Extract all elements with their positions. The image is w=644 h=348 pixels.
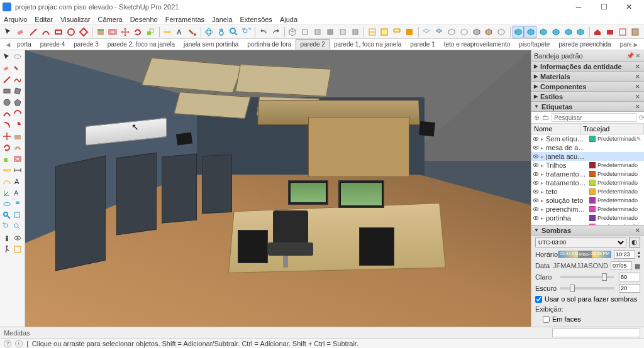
top-icon[interactable] [299, 26, 311, 38]
paint-icon[interactable] [186, 26, 198, 38]
scene-tab[interactable]: portinha de fora [243, 39, 296, 50]
arc-icon[interactable] [40, 26, 52, 38]
date-picker-icon[interactable]: ▦ [635, 263, 640, 269]
tag-row[interactable]: ▸Sem etiquetasPredeterminado✎ [531, 134, 644, 143]
tag-color-swatch[interactable] [589, 206, 596, 212]
tape-tool-icon[interactable] [1, 165, 13, 176]
layout-icon[interactable] [617, 26, 629, 38]
scene-tab[interactable]: parede 4 [36, 39, 69, 50]
tag-row[interactable]: ▸tetoPredeterminado [531, 187, 644, 196]
pan-tool-icon[interactable] [13, 198, 24, 210]
section-cut-icon[interactable] [391, 26, 403, 38]
tag-color-swatch[interactable] [589, 162, 596, 168]
zoom-window-icon[interactable] [13, 210, 24, 221]
tag-row[interactable]: ▸preenchimentoPredeterminado [531, 205, 644, 214]
circle-icon[interactable] [65, 26, 77, 38]
protractor-icon[interactable] [1, 176, 13, 187]
solid-union-icon[interactable] [537, 26, 549, 38]
panel-materials[interactable]: ▶Materiais✕ [531, 72, 644, 82]
measurements-input[interactable] [552, 329, 640, 337]
solid-outer-icon[interactable] [513, 26, 525, 38]
undo-icon[interactable] [257, 26, 269, 38]
time-stepper-icon[interactable]: ▴▾ [638, 250, 640, 259]
scene-tab[interactable]: parede 2, foco na janela [103, 39, 179, 50]
scene-tab[interactable]: parede 1, foco na janela [330, 39, 406, 50]
scale-tool-icon[interactable] [1, 153, 13, 165]
tag-filter-icon[interactable]: ⟳ [639, 114, 644, 122]
polygon-tool-icon[interactable] [13, 97, 24, 108]
scene-prev[interactable]: ◄ [4, 41, 13, 48]
visibility-icon[interactable] [533, 171, 539, 177]
offset-icon[interactable] [107, 26, 119, 38]
on-faces-checkbox[interactable] [543, 316, 550, 323]
use-sun-checkbox[interactable] [535, 296, 542, 303]
visibility-icon[interactable] [533, 188, 539, 195]
scene-tab[interactable]: parede preenchida [554, 39, 615, 50]
pan-icon[interactable] [216, 26, 228, 38]
menu-file[interactable]: Arquivo [4, 16, 27, 23]
zoom-icon[interactable] [228, 26, 240, 38]
warehouse-icon[interactable] [592, 26, 604, 38]
menu-camera[interactable]: Câmera [98, 16, 123, 23]
circle-tool-icon[interactable] [1, 97, 13, 108]
paint-tool-icon[interactable] [13, 63, 24, 74]
section-tool-icon[interactable] [13, 244, 24, 255]
pushpull-icon[interactable] [94, 26, 106, 38]
scene-tab[interactable]: janela sem portinha [179, 39, 243, 50]
menu-help[interactable]: Ajuda [280, 16, 297, 23]
close-button[interactable]: ✕ [616, 0, 641, 14]
maximize-button[interactable]: ☐ [591, 0, 616, 14]
menu-draw[interactable]: Desenho [130, 16, 158, 23]
pencil-icon[interactable]: ✎ [636, 136, 643, 142]
eraser-icon[interactable] [15, 26, 27, 38]
look-around-icon[interactable] [13, 232, 24, 244]
panel-tags[interactable]: ▼Etiquetas✕ [531, 102, 644, 112]
mono-icon[interactable] [496, 26, 508, 38]
panel-styles[interactable]: ▶Estilos✕ [531, 92, 644, 102]
pie-icon[interactable] [13, 119, 24, 131]
menu-window[interactable]: Janela [212, 16, 232, 23]
solid-split-icon[interactable] [575, 26, 587, 38]
scene-tab[interactable]: piso/tapete [514, 39, 554, 50]
text-icon[interactable]: A [174, 26, 186, 38]
position-camera-icon[interactable] [1, 232, 13, 244]
section-icon[interactable] [366, 26, 378, 38]
shaded-tex-icon[interactable] [483, 26, 495, 38]
hidden-line-icon[interactable] [458, 26, 470, 38]
tag-row[interactable]: ▸tratamento par...Predeterminado [531, 178, 644, 187]
shaded-icon[interactable] [470, 26, 482, 38]
dark-slider[interactable] [560, 287, 614, 290]
text-tool-icon[interactable]: A [13, 176, 24, 187]
move-tool-icon[interactable] [1, 131, 13, 142]
freehand-icon[interactable] [13, 74, 24, 85]
right-icon[interactable] [325, 26, 336, 38]
solid-intersect-icon[interactable] [525, 26, 536, 38]
tray-title[interactable]: Bandeja padrão 📌 ✕ [531, 50, 644, 62]
zoom-tool-icon[interactable] [1, 210, 13, 221]
rotate-tool-icon[interactable] [1, 142, 13, 153]
panel-entity[interactable]: ▶Informações da entidade✕ [531, 62, 644, 72]
time-slider[interactable]: 05:43 AM Meio-dia 05:49 PM [558, 251, 611, 258]
arc-tool-icon[interactable] [1, 108, 13, 119]
offset-tool-icon[interactable] [13, 153, 24, 165]
redo-icon[interactable] [270, 26, 282, 38]
3dtext-icon[interactable]: A [13, 187, 24, 198]
light-value[interactable] [619, 273, 640, 281]
scene-tab[interactable]: parede preenchida e janela acustica [616, 39, 631, 50]
scene-next[interactable]: ► [631, 41, 640, 48]
back-icon[interactable] [336, 26, 348, 38]
visibility-icon[interactable] [533, 197, 539, 204]
visibility-icon[interactable] [533, 136, 539, 142]
select-icon[interactable] [3, 26, 14, 38]
scene-tab[interactable]: parede 1 [406, 39, 439, 50]
menu-edit[interactable]: Editar [35, 16, 53, 23]
tag-search-input[interactable] [552, 113, 636, 122]
orbit-tool-icon[interactable] [1, 198, 13, 210]
line-icon[interactable] [28, 26, 40, 38]
pin-icon[interactable]: 📌 [626, 52, 634, 59]
axes-icon[interactable] [1, 187, 13, 198]
visibility-icon[interactable] [533, 206, 539, 212]
visibility-icon[interactable] [533, 162, 539, 168]
followme-icon[interactable] [13, 142, 24, 153]
tag-row[interactable]: ▸solução tetoPredeterminado [531, 196, 644, 205]
